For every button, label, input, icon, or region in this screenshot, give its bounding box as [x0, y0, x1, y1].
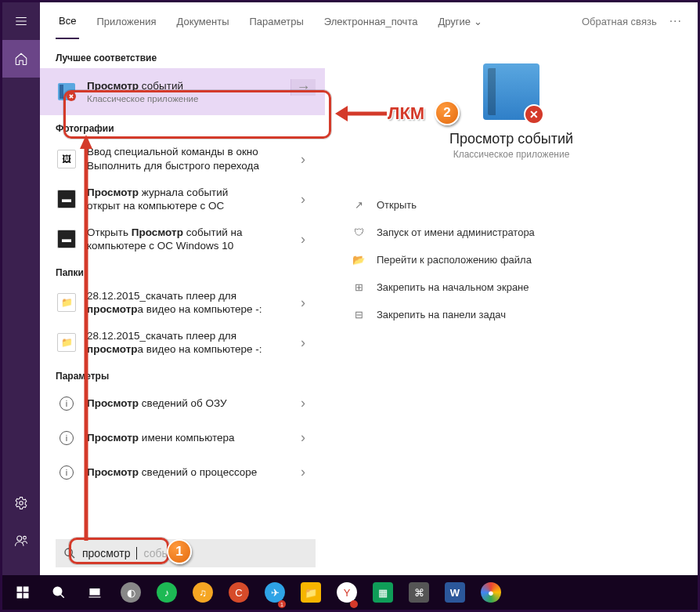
result-item[interactable]: 🖼 Ввод специальной команды в окноВыполни… — [40, 139, 325, 179]
chevron-right-icon[interactable]: › — [290, 395, 316, 411]
chevron-right-icon[interactable]: › — [290, 151, 316, 168]
task-view-button[interactable] — [78, 575, 112, 610]
taskbar: ◐ ♪ ♫ C ✈1 📁 Y ▦ ⌘ W ● — [2, 575, 698, 610]
svg-rect-10 — [23, 593, 29, 599]
result-item[interactable]: 📁 28.12.2015_скачать плеер дляпросмотра … — [40, 323, 325, 363]
preview-subtitle: Классическое приложение — [453, 149, 570, 160]
result-item[interactable]: ▬ Просмотр журнала событийоткрыт на комп… — [40, 179, 325, 219]
pin-taskbar-icon: ⊟ — [352, 309, 366, 320]
section-settings: Параметры — [40, 363, 325, 386]
chevron-right-icon[interactable]: › — [290, 464, 316, 480]
info-icon: i — [60, 397, 74, 411]
svg-rect-4 — [60, 85, 63, 99]
taskbar-app[interactable]: C — [222, 575, 256, 610]
chevron-right-icon[interactable]: › — [290, 335, 316, 351]
results-column: Лучшее соответствие Просмотр событий Кла… — [40, 40, 325, 575]
tab-email[interactable]: Электронная_почта — [321, 5, 421, 38]
home-button[interactable] — [2, 40, 40, 78]
svg-point-11 — [53, 587, 62, 596]
section-photos: Фотографии — [40, 115, 325, 139]
svg-point-2 — [23, 536, 27, 539]
tab-more[interactable]: Другие ⌄ — [435, 5, 485, 38]
start-button[interactable] — [5, 575, 40, 610]
actions-list: ↗Открыть 🛡Запуск от имени администратора… — [341, 191, 682, 328]
svg-point-0 — [20, 502, 23, 505]
svg-point-1 — [17, 536, 22, 541]
search-input[interactable]: просмотр событий — [56, 539, 316, 567]
search-query-text: просмотр — [82, 547, 130, 559]
folder-icon: 📁 — [57, 333, 76, 352]
section-best-match: Лучшее соответствие — [40, 45, 325, 68]
tab-apps[interactable]: Приложения — [93, 5, 159, 38]
result-item[interactable]: ▬ Открыть Просмотр событий накомпьютере … — [40, 219, 325, 259]
expand-arrow-icon[interactable]: → — [290, 79, 316, 96]
action-open[interactable]: ↗Открыть — [347, 191, 676, 219]
action-pin-start[interactable]: ⊞Закрепить на начальном экране — [347, 273, 676, 301]
folder-location-icon: 📂 — [352, 254, 366, 266]
text-caret — [136, 547, 137, 559]
photo-icon: 🖼 — [57, 150, 76, 168]
taskbar-app[interactable]: ▦ — [366, 575, 400, 610]
info-icon: i — [60, 431, 74, 445]
event-viewer-icon — [56, 81, 78, 103]
svg-rect-9 — [17, 593, 23, 599]
tab-all[interactable]: Все — [56, 4, 79, 39]
result-item[interactable]: 📁 28.12.2015_скачать плеер дляпросмотра … — [40, 283, 325, 323]
chevron-right-icon[interactable]: › — [290, 429, 316, 446]
event-viewer-large-icon: ✕ — [483, 63, 539, 120]
taskbar-app[interactable]: ◐ — [114, 575, 148, 610]
taskbar-app[interactable]: Y — [330, 575, 364, 610]
chevron-right-icon[interactable]: › — [290, 231, 316, 248]
result-item[interactable]: i Просмотр сведений о процессоре › — [40, 455, 325, 490]
action-pin-taskbar[interactable]: ⊟Закрепить на панели задач — [347, 301, 676, 328]
taskbar-app[interactable]: ♪ — [150, 575, 184, 610]
chevron-right-icon[interactable]: › — [290, 191, 316, 208]
chevron-right-icon[interactable]: › — [290, 295, 316, 311]
action-open-location[interactable]: 📂Перейти к расположению файла — [347, 246, 676, 273]
svg-rect-7 — [17, 587, 23, 592]
taskbar-app[interactable]: ● — [474, 575, 508, 610]
best-match-result[interactable]: Просмотр событий Классическое приложение… — [40, 68, 325, 115]
taskbar-app[interactable]: 📁 — [294, 575, 328, 610]
open-icon: ↗ — [352, 199, 366, 211]
search-panel: Все Приложения Документы Параметры Элект… — [40, 2, 698, 575]
action-run-admin[interactable]: 🛡Запуск от имени администратора — [347, 219, 676, 246]
folder-icon: 📁 — [57, 293, 76, 312]
tab-settings[interactable]: Параметры — [246, 5, 306, 38]
search-suggestion: событий — [143, 547, 186, 559]
search-icon — [63, 547, 76, 559]
photo-icon: ▬ — [57, 190, 76, 208]
tab-docs[interactable]: Документы — [173, 5, 232, 38]
preview-pane: ✕ Просмотр событий Классическое приложен… — [325, 40, 698, 575]
admin-icon: 🛡 — [352, 226, 366, 238]
photo-icon: ▬ — [57, 230, 76, 248]
taskbar-app[interactable]: ♫ — [186, 575, 220, 610]
search-button[interactable] — [41, 575, 76, 610]
error-badge-icon: ✕ — [524, 104, 544, 125]
taskbar-app[interactable]: W — [438, 575, 472, 610]
result-item[interactable]: i Просмотр имени компьютера › — [40, 421, 325, 455]
taskbar-app[interactable]: ⌘ — [402, 575, 436, 610]
taskbar-app[interactable]: ✈1 — [258, 575, 292, 610]
cortana-rail — [2, 2, 40, 575]
pin-start-icon: ⊞ — [352, 281, 366, 293]
result-item[interactable]: i Просмотр сведений об ОЗУ › — [40, 386, 325, 421]
settings-gear-button[interactable] — [2, 484, 40, 522]
content-area: Лучшее соответствие Просмотр событий Кла… — [40, 40, 698, 575]
feedback-link[interactable]: Обратная связь — [582, 16, 657, 27]
more-button[interactable]: ··· — [669, 14, 682, 28]
svg-rect-8 — [23, 587, 29, 592]
chevron-down-icon: ⌄ — [474, 16, 482, 27]
section-folders: Папки — [40, 259, 325, 283]
tabs-bar: Все Приложения Документы Параметры Элект… — [40, 2, 698, 40]
hamburger-button[interactable] — [2, 2, 40, 40]
account-button[interactable] — [2, 522, 40, 559]
info-icon: i — [60, 465, 74, 480]
svg-point-6 — [65, 549, 72, 556]
svg-rect-12 — [90, 589, 99, 596]
preview-title: Просмотр событий — [449, 131, 573, 147]
